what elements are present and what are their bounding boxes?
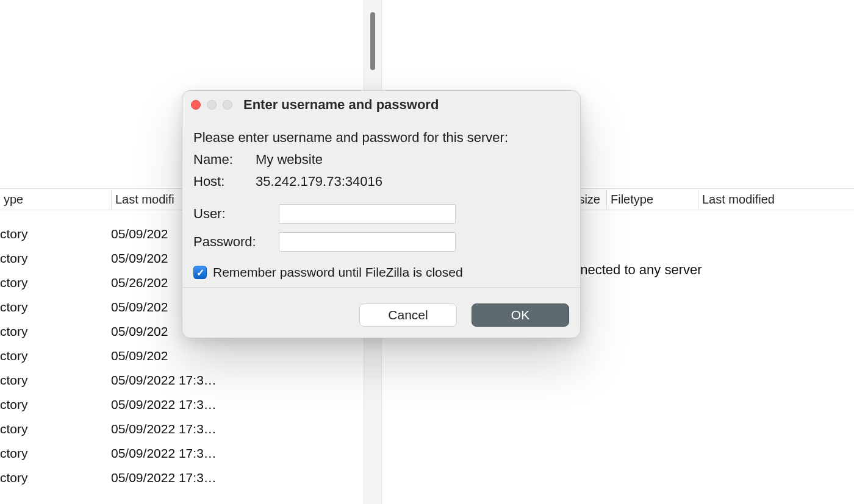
table-row[interactable]: ctory05/09/2022 17:3… <box>0 441 364 466</box>
minimize-window-icon <box>207 100 217 110</box>
name-value: My website <box>256 152 323 168</box>
remember-label: Remember password until FileZilla is clo… <box>213 265 463 280</box>
dialog-title: Enter username and password <box>243 97 439 113</box>
cell-filetype: ctory <box>0 470 111 485</box>
remember-checkbox[interactable]: ✓ <box>193 266 207 279</box>
cell-filetype: ctory <box>0 324 111 339</box>
ok-button[interactable]: OK <box>472 303 569 327</box>
cell-last-modified: 05/09/2022 17:3… <box>111 470 364 485</box>
cell-filetype: ctory <box>0 422 111 436</box>
table-row[interactable]: ctory05/09/2022 17:3… <box>0 368 364 392</box>
dialog-prompt: Please enter username and password for t… <box>193 130 569 146</box>
col-last-modified[interactable]: Last modified <box>698 190 854 209</box>
cancel-button[interactable]: Cancel <box>359 303 457 327</box>
cell-last-modified: 05/09/2022 17:3… <box>111 422 364 436</box>
scrollbar-thumb[interactable] <box>370 12 375 70</box>
table-row[interactable]: ctory05/09/202 <box>0 344 364 368</box>
table-row[interactable]: ctory05/09/2022 17:3… <box>0 417 364 441</box>
cell-filetype: ctory <box>0 251 111 266</box>
col-filetype[interactable]: Filetype <box>606 190 698 209</box>
name-label: Name: <box>193 152 256 168</box>
cell-filetype: ctory <box>0 300 111 314</box>
password-input[interactable] <box>279 232 456 252</box>
remember-row[interactable]: ✓ Remember password until FileZilla is c… <box>193 265 569 280</box>
password-row: Password: <box>193 232 569 252</box>
dialog-body: Please enter username and password for t… <box>182 119 580 293</box>
cell-last-modified: 05/09/2022 17:3… <box>111 446 364 461</box>
maximize-window-icon <box>223 100 232 110</box>
table-row[interactable]: ctory05/09/2022 17:3… <box>0 466 364 490</box>
table-row[interactable]: ctory05/09/2022 17:3… <box>0 392 364 417</box>
dialog-titlebar[interactable]: Enter username and password <box>182 91 580 119</box>
cell-filetype: ctory <box>0 397 111 412</box>
cell-filetype: ctory <box>0 446 111 461</box>
close-window-icon[interactable] <box>191 100 201 110</box>
window-controls <box>191 100 232 110</box>
cell-filetype: ctory <box>0 275 111 290</box>
user-label: User: <box>193 206 279 222</box>
cell-last-modified: 05/09/202 <box>111 349 364 363</box>
cell-filetype: ctory <box>0 373 111 388</box>
login-dialog: Enter username and password Please enter… <box>182 90 581 338</box>
dialog-divider <box>182 287 580 288</box>
col-filetype[interactable]: ype <box>0 190 111 209</box>
user-input[interactable] <box>279 204 456 224</box>
password-label: Password: <box>193 234 279 250</box>
cell-filetype: ctory <box>0 227 111 241</box>
host-value: 35.242.179.73:34016 <box>256 174 382 190</box>
cell-last-modified: 05/09/2022 17:3… <box>111 397 364 412</box>
cell-last-modified: 05/09/2022 17:3… <box>111 373 364 388</box>
user-row: User: <box>193 204 569 224</box>
host-label: Host: <box>193 174 256 190</box>
name-row: Name: My website <box>193 152 569 168</box>
host-row: Host: 35.242.179.73:34016 <box>193 174 569 190</box>
dialog-buttons: Cancel OK <box>182 293 580 338</box>
cell-filetype: ctory <box>0 349 111 363</box>
